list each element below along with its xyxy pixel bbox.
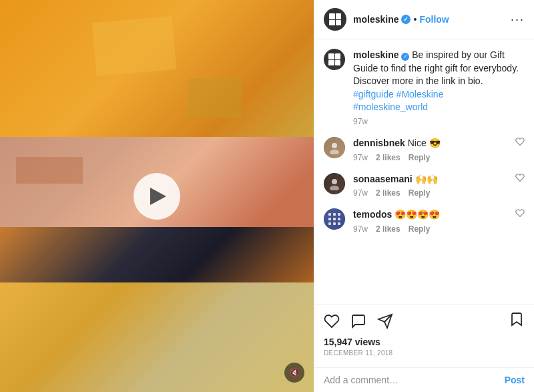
comment-body-1: Nice 😎 <box>408 138 441 148</box>
moleskine-logo-icon <box>329 13 341 25</box>
svg-point-2 <box>332 179 337 184</box>
caption-time: 97w <box>353 117 525 126</box>
comment-heart-2[interactable] <box>515 173 525 184</box>
caption-text: moleskine ✓ Be inspired by our Gift Guid… <box>353 49 525 114</box>
more-options-button[interactable]: ··· <box>504 13 525 27</box>
comment-item-1: dennisbnek Nice 😎 97w 2 likes Reply <box>324 137 525 162</box>
comment-time-3: 97w <box>353 224 368 234</box>
right-panel: moleskine ✓ • Follow ··· moleskine <box>314 0 534 392</box>
video-accent-3 <box>16 157 83 184</box>
add-comment-bar: Post <box>314 367 534 392</box>
header-info: moleskine ✓ • Follow <box>353 14 504 25</box>
action-icons-row <box>324 311 525 331</box>
video-accent-2 <box>188 78 242 118</box>
temodos-avatar-icon <box>324 208 345 230</box>
grid-cell-2 <box>336 13 342 19</box>
comment-icon <box>350 313 366 329</box>
mute-button[interactable]: 🔇 <box>284 363 304 383</box>
comment-content-2: sonaasemani 🙌🙌 97w 2 likes Reply <box>353 173 515 198</box>
heart-icon <box>324 313 340 329</box>
svg-rect-5 <box>333 213 336 216</box>
header-dot: • <box>413 14 417 25</box>
comment-text-2: sonaasemani 🙌🙌 <box>353 173 515 186</box>
comment-reply-3[interactable]: Reply <box>409 224 431 234</box>
bookmark-button[interactable] <box>509 311 525 331</box>
comment-meta-2: 97w 2 likes Reply <box>353 188 515 198</box>
svg-rect-6 <box>338 213 340 216</box>
sona-avatar-img <box>324 173 345 194</box>
header-username-row: moleskine ✓ • Follow <box>353 14 504 25</box>
svg-rect-8 <box>333 218 336 220</box>
svg-rect-4 <box>328 213 331 216</box>
caption-verified-icon: ✓ <box>401 53 409 61</box>
comment-time-1: 97w <box>353 153 368 162</box>
play-triangle-icon <box>150 188 166 205</box>
comment-body-3: 😍😍😍😍 <box>394 209 440 220</box>
share-icon <box>377 313 393 329</box>
comment-likes-1: 2 likes <box>376 153 400 162</box>
comment-reply-2[interactable]: Reply <box>409 188 431 198</box>
header-username-text[interactable]: moleskine <box>353 14 398 25</box>
video-accent-1 <box>92 16 177 76</box>
play-button[interactable] <box>134 173 180 220</box>
share-button[interactable] <box>377 313 393 329</box>
grid-cell-1 <box>329 13 335 19</box>
dennis-avatar-img <box>324 137 345 158</box>
comment-button[interactable] <box>350 313 366 329</box>
video-panel: 🔇 <box>0 0 314 392</box>
comment-text-3: temodos 😍😍😍😍 <box>353 208 515 222</box>
comment-likes-3: 2 likes <box>376 224 400 234</box>
svg-rect-9 <box>338 218 340 220</box>
post-comment-button[interactable]: Post <box>505 375 525 385</box>
like-button[interactable] <box>324 313 340 329</box>
comment-time-2: 97w <box>353 188 368 198</box>
svg-point-1 <box>330 150 339 154</box>
post-header: moleskine ✓ • Follow ··· <box>314 0 534 39</box>
follow-button[interactable]: Follow <box>419 14 449 25</box>
comment-avatar-sona[interactable] <box>324 173 345 194</box>
caption-hashtags[interactable]: #giftguide #Moleskine#moleskine_world <box>353 89 443 113</box>
header-avatar[interactable] <box>324 8 346 31</box>
svg-rect-11 <box>333 222 336 225</box>
comment-body-2: 🙌🙌 <box>415 174 438 184</box>
views-count: 15,947 views <box>324 337 525 347</box>
comment-reply-1[interactable]: Reply <box>409 153 431 162</box>
actions-bar: 15,947 views DECEMBER 11, 2018 <box>314 304 534 367</box>
comment-avatar-dennis[interactable] <box>324 137 345 158</box>
comment-content-3: temodos 😍😍😍😍 97w 2 likes Reply <box>353 208 515 234</box>
svg-rect-12 <box>338 222 340 225</box>
mute-icon: 🔇 <box>290 368 300 377</box>
comment-item-3: temodos 😍😍😍😍 97w 2 likes Reply <box>324 208 525 234</box>
svg-point-0 <box>332 143 337 148</box>
comment-username-2[interactable]: sonaasemani <box>353 174 413 184</box>
comment-meta-3: 97w 2 likes Reply <box>353 224 515 234</box>
comment-username-1[interactable]: dennisbnek <box>353 138 405 148</box>
verified-badge-icon: ✓ <box>401 15 411 24</box>
grid-cell-3 <box>329 20 335 26</box>
comment-heart-3[interactable] <box>515 208 525 220</box>
comment-avatar-temodos[interactable] <box>324 208 345 230</box>
grid-cell-4 <box>336 20 342 26</box>
caption-username[interactable]: moleskine <box>353 49 398 60</box>
comment-item-2: sonaasemani 🙌🙌 97w 2 likes Reply <box>324 173 525 198</box>
svg-rect-7 <box>328 218 331 220</box>
comment-meta-1: 97w 2 likes Reply <box>353 153 515 162</box>
comment-text-1: dennisbnek Nice 😎 <box>353 137 515 150</box>
svg-point-3 <box>330 186 339 190</box>
caption-moleskine-logo-icon <box>328 53 340 65</box>
comment-heart-1[interactable] <box>515 137 525 148</box>
post-date: DECEMBER 11, 2018 <box>324 349 525 357</box>
caption-content: moleskine ✓ Be inspired by our Gift Guid… <box>353 49 525 126</box>
video-bg-bottom <box>0 282 314 392</box>
caption-item: moleskine ✓ Be inspired by our Gift Guid… <box>324 49 525 126</box>
comment-content-1: dennisbnek Nice 😎 97w 2 likes Reply <box>353 137 515 162</box>
comment-input[interactable] <box>324 375 505 385</box>
bookmark-icon <box>509 311 525 327</box>
comment-username-3[interactable]: temodos <box>353 209 392 220</box>
svg-rect-10 <box>328 222 331 225</box>
caption-avatar[interactable] <box>324 49 345 70</box>
comment-likes-2: 2 likes <box>376 188 400 198</box>
comments-area: moleskine ✓ Be inspired by our Gift Guid… <box>314 39 534 304</box>
